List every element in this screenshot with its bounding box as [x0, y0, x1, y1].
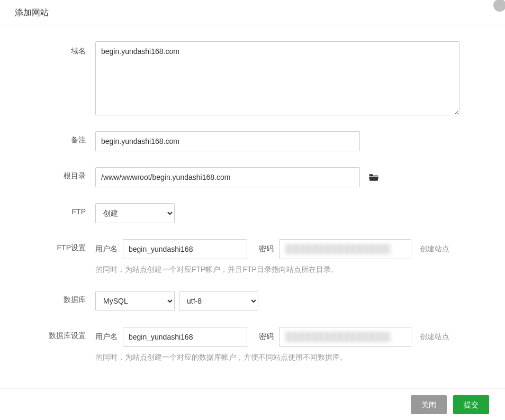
- db-hint: 的同时，为站点创建一个对应的数据库帐户，方便不同站点使用不同数据库。: [95, 351, 347, 363]
- row-note: 备注: [16, 131, 484, 151]
- ftp-pw-label: 密码: [259, 244, 274, 254]
- submit-button[interactable]: 提交: [453, 395, 489, 414]
- label-ftp-settings: FTP设置: [16, 239, 95, 253]
- cancel-button[interactable]: 关闭: [411, 395, 447, 414]
- label-domain: 域名: [16, 41, 95, 56]
- close-icon[interactable]: [493, 0, 505, 12]
- row-db-settings: 数据库设置 用户名 密码 创建站点: [16, 327, 484, 347]
- label-db-settings: 数据库设置: [16, 327, 95, 341]
- db-user-label: 用户名: [95, 332, 118, 342]
- db-pw-label: 密码: [259, 332, 274, 342]
- ftp-pw-input[interactable]: [279, 239, 411, 259]
- db-right-text: 创建站点: [420, 332, 449, 342]
- label-note: 备注: [16, 131, 95, 145]
- add-site-modal: 添加网站 域名 备注 根目录: [0, 0, 505, 420]
- modal-header: 添加网站: [0, 0, 505, 25]
- row-root: 根目录: [16, 167, 484, 187]
- row-db-hint: 的同时，为站点创建一个对应的数据库帐户，方便不同站点使用不同数据库。: [16, 351, 484, 363]
- row-ftp-hint: 的同时，为站点创建一个对应FTP帐户，并且FTP目录指向站点所在目录。: [16, 263, 484, 275]
- ftp-hint: 的同时，为站点创建一个对应FTP帐户，并且FTP目录指向站点所在目录。: [95, 263, 338, 275]
- modal-title: 添加网站: [15, 8, 49, 17]
- ftp-select[interactable]: 创建: [95, 203, 175, 223]
- row-ftp: FTP 创建: [16, 203, 484, 223]
- db-pw-input[interactable]: [279, 327, 411, 347]
- ftp-right-text: 创建站点: [420, 244, 449, 254]
- db-charset-select[interactable]: utf-8: [179, 291, 258, 311]
- label-db: 数据库: [16, 291, 95, 305]
- label-root: 根目录: [16, 167, 95, 181]
- modal-body: 域名 备注 根目录 FTP: [0, 25, 500, 388]
- masked-content: [285, 332, 391, 342]
- folder-icon[interactable]: [368, 172, 379, 182]
- db-type-select[interactable]: MySQL: [95, 291, 175, 311]
- row-db: 数据库 MySQL utf-8: [16, 291, 484, 311]
- db-user-input[interactable]: [123, 327, 247, 347]
- row-domain: 域名: [16, 41, 484, 115]
- ftp-user-input[interactable]: [123, 239, 247, 259]
- modal-footer: 关闭 提交: [0, 388, 505, 420]
- label-ftp: FTP: [16, 203, 95, 216]
- root-input[interactable]: [95, 167, 360, 187]
- row-ftp-settings: FTP设置 用户名 密码 创建站点: [16, 239, 484, 259]
- masked-content: [285, 244, 391, 254]
- domain-textarea[interactable]: [95, 41, 459, 115]
- note-input[interactable]: [95, 131, 360, 151]
- ftp-user-label: 用户名: [95, 244, 118, 254]
